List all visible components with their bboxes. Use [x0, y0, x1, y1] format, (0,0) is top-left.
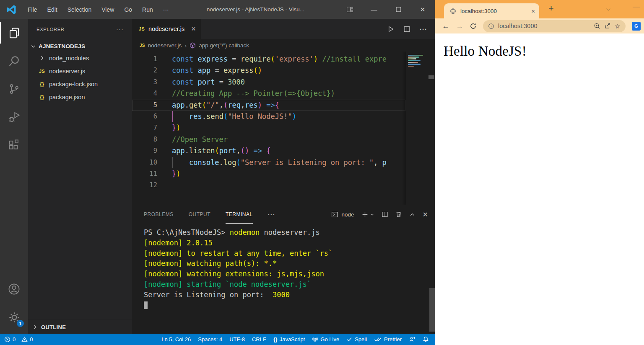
code-line-12[interactable]: 12	[132, 180, 405, 191]
close-window-button[interactable]: ✕	[410, 0, 435, 19]
code-line-7[interactable]: 7})	[132, 122, 405, 134]
close-tab-icon[interactable]: ×	[191, 25, 196, 33]
maximize-button[interactable]	[386, 0, 410, 19]
status-item-ln-5-col-26[interactable]: Ln 5, Col 26	[161, 336, 191, 342]
status-item-0[interactable]: 0	[4, 336, 16, 342]
back-icon[interactable]: ←	[442, 22, 449, 30]
minimap[interactable]	[406, 51, 428, 205]
status-item-crlf[interactable]: CRLF	[252, 336, 266, 342]
editor-scrollbar[interactable]	[428, 51, 435, 205]
run-file-icon[interactable]	[387, 26, 394, 33]
terminal-line	[144, 300, 435, 311]
code-line-6[interactable]: 6 res.send("Hello NodeJS!")	[132, 111, 405, 122]
code-line-5[interactable]: 5app.get("/",(req,res) =>{	[132, 100, 405, 111]
tab-search-chevron-icon[interactable]	[605, 6, 612, 13]
account-icon[interactable]	[0, 275, 28, 303]
status-item-person-feedback[interactable]	[409, 336, 415, 342]
panel-tab-terminal[interactable]: TERMINAL	[226, 205, 253, 224]
layout-icon[interactable]	[338, 0, 362, 19]
explorer-more-actions-icon[interactable]: ···	[116, 26, 124, 33]
code-line-8[interactable]: 8//Open Server	[132, 134, 405, 145]
menu-go[interactable]: Go	[119, 5, 137, 15]
menu-run[interactable]: Run	[138, 5, 158, 15]
maximize-panel-chevron-up-icon[interactable]	[409, 211, 415, 218]
browser-minimize-icon[interactable]: —	[633, 3, 640, 11]
forward-icon[interactable]: →	[456, 22, 463, 30]
more-actions-icon[interactable]: ···	[420, 26, 427, 33]
terminal-scrollbar-thumb[interactable]	[429, 288, 435, 332]
menu-file[interactable]: File	[23, 5, 42, 15]
status-label: JavaScript	[280, 336, 305, 342]
zoom-in-icon[interactable]	[594, 23, 600, 29]
code-line-4[interactable]: 4//Creating App --> Pointer(=>{Object})	[132, 88, 405, 99]
breadcrumb[interactable]: JS nodeserver.js › app.get("/") callback	[132, 39, 435, 51]
split-terminal-icon[interactable]	[382, 211, 388, 218]
address-bar[interactable]: localhost:3000 ☆	[483, 20, 626, 32]
panel-more-icon[interactable]: ···	[268, 211, 275, 218]
line-number: 3	[132, 77, 157, 88]
panel-tab-problems[interactable]: PROBLEMS	[144, 205, 174, 224]
minimize-button[interactable]: —	[362, 0, 386, 19]
js-file-icon: JS	[140, 43, 145, 48]
status-item-utf-8[interactable]: UTF-8	[229, 336, 245, 342]
settings-icon[interactable]: 1	[0, 303, 28, 331]
menu-more[interactable]: ···	[158, 5, 174, 15]
code-line-9[interactable]: 9app.listen(port,() => {	[132, 145, 405, 157]
menu-selection[interactable]: Selection	[63, 5, 96, 15]
search-icon[interactable]	[0, 47, 28, 75]
status-item-go-live[interactable]: Go Live	[312, 336, 339, 342]
status-item-javascript[interactable]: {}JavaScript	[273, 336, 305, 342]
file-item-node-modules[interactable]: node_modules	[28, 51, 132, 64]
extensions-icon[interactable]	[0, 131, 28, 159]
js-file-icon: JS	[38, 69, 46, 74]
breadcrumb-separator: ›	[184, 42, 187, 49]
code-line-2[interactable]: 2const app = express()	[132, 65, 405, 76]
source-control-icon[interactable]	[0, 75, 28, 103]
panel-tab-output[interactable]: OUTPUT	[189, 205, 210, 224]
terminal-text: [nodemon] starting `node nodeserver.js`	[144, 280, 311, 288]
file-item-package-json[interactable]: {}package.json	[28, 90, 132, 103]
code-editor[interactable]: 1const express = require('express') //in…	[132, 51, 435, 205]
bookmark-star-icon[interactable]: ☆	[615, 22, 621, 30]
workspace-root-folder[interactable]: AJNESTNODEJS	[28, 41, 132, 51]
close-panel-icon[interactable]: ✕	[423, 211, 428, 219]
status-item-spell[interactable]: Spell	[346, 336, 367, 342]
code-line-11[interactable]: 11})	[132, 168, 405, 180]
menu-view[interactable]: View	[97, 5, 119, 15]
file-item-package-lock-json[interactable]: {}package-lock.json	[28, 77, 132, 90]
status-item-bell[interactable]	[423, 336, 429, 342]
reload-icon[interactable]	[470, 23, 477, 30]
status-item-prettier[interactable]: Prettier	[374, 336, 402, 342]
file-item-nodeserver-js[interactable]: JSnodeserver.js	[28, 64, 132, 77]
status-item-0[interactable]: 0	[21, 336, 33, 342]
minimap-mark	[408, 64, 421, 65]
share-icon[interactable]	[604, 23, 611, 29]
code-line-3[interactable]: 3const port = 3000	[132, 77, 405, 88]
close-tab-icon[interactable]: ×	[531, 8, 535, 15]
terminal-output[interactable]: PS C:\AjNesTNodeJS> nodemon nodeserver.j…	[132, 224, 435, 334]
code-line-10[interactable]: 10 console.log("Server is Listening on p…	[132, 157, 405, 168]
new-tab-button[interactable]: +	[548, 3, 554, 14]
run-and-debug-icon[interactable]	[0, 103, 28, 131]
line-number: 1	[132, 54, 157, 65]
editor-tab-bar: JS nodeserver.js × ···	[132, 19, 435, 39]
translate-icon[interactable]: G	[632, 22, 641, 31]
status-item-spaces-4[interactable]: Spaces: 4	[198, 336, 222, 342]
new-terminal-button[interactable]	[361, 211, 374, 218]
tab-nodeserver-js[interactable]: JS nodeserver.js ×	[132, 19, 201, 39]
activity-bar: 1	[0, 19, 28, 334]
split-editor-icon[interactable]	[403, 26, 410, 33]
editor-group: JS nodeserver.js × ···	[132, 19, 435, 334]
terminal-shell-selector[interactable]: node	[331, 211, 354, 218]
kill-terminal-trash-icon[interactable]	[395, 211, 402, 218]
code-line-1[interactable]: 1const express = require('express') //in…	[132, 54, 405, 65]
line-number: 5	[132, 100, 157, 111]
browser-tab[interactable]: localhost:3000 ×	[444, 3, 539, 18]
menu-edit[interactable]: Edit	[43, 5, 62, 15]
files-icon[interactable]	[0, 19, 28, 47]
url-text[interactable]: localhost:3000	[498, 23, 590, 29]
site-info-icon[interactable]	[488, 23, 494, 29]
scrollbar-thumb[interactable]	[428, 75, 434, 79]
code-token: port	[219, 147, 236, 155]
outline-section[interactable]: OUTLINE	[28, 320, 132, 334]
